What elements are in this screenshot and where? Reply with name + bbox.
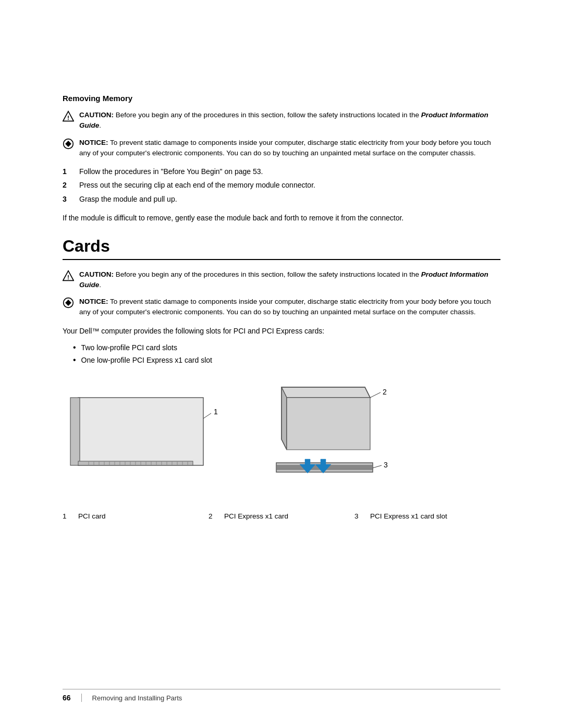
label-item-3: 3 PCI Express x1 card slot [354, 512, 500, 520]
caution-triangle-icon: ! [63, 110, 74, 124]
cards-caution-prefix: CAUTION: [79, 270, 114, 278]
bullet-2-text: One low-profile PCI Express x1 card slot [81, 354, 212, 366]
caution-body: Before you begin any of the procedures i… [114, 111, 421, 119]
svg-marker-36 [287, 398, 370, 450]
cards-notice-body: To prevent static damage to components i… [79, 298, 491, 316]
bullet-2: One low-profile PCI Express x1 card slot [73, 354, 500, 366]
notice-prefix: NOTICE: [79, 139, 108, 146]
footer-divider [81, 694, 82, 702]
cards-bullets: Two low-profile PCI card slots One low-p… [63, 342, 500, 366]
cards-section: Cards ! CAUTION: Before you begin any of… [63, 237, 500, 520]
label-3-num: 3 [354, 512, 362, 520]
label-1-text: PCI card [78, 512, 106, 520]
svg-text:3: 3 [384, 461, 388, 469]
step-2-text: Press out the securing clip at each end … [79, 179, 315, 191]
label-2-num: 2 [209, 512, 216, 520]
footer-section-text: Removing and Installing Parts [92, 694, 182, 702]
svg-marker-3 [65, 141, 71, 147]
svg-text:!: ! [67, 273, 69, 280]
removing-memory-steps: 1 Follow the procedures in "Before You B… [63, 166, 500, 205]
notice-circle-icon [63, 138, 74, 151]
cards-intro: Your Dell™ computer provides the followi… [63, 325, 500, 337]
step-3-num: 3 [63, 193, 71, 205]
label-2-text: PCI Express x1 card [224, 512, 288, 520]
bullet-1-text: Two low-profile PCI card slots [81, 342, 177, 353]
svg-line-31 [203, 413, 211, 418]
cards-notice-prefix: NOTICE: [79, 298, 108, 305]
cards-caution-text: CAUTION: Before you begin any of the pro… [79, 269, 500, 291]
label-1-num: 1 [63, 512, 70, 520]
page: Removing Memory ! CAUTION: Before you be… [0, 0, 563, 728]
svg-text:2: 2 [383, 388, 387, 396]
step-2-num: 2 [63, 179, 71, 191]
removing-memory-caution: ! CAUTION: Before you begin any of the p… [63, 110, 500, 131]
step-2: 2 Press out the securing clip at each en… [63, 179, 500, 191]
cards-caution-body: Before you begin any of the procedures i… [114, 270, 421, 278]
label-item-1: 1 PCI card [63, 512, 209, 520]
label-3-text: PCI Express x1 card slot [370, 512, 447, 520]
removing-memory-note: If the module is difficult to remove, ge… [63, 212, 500, 224]
svg-rect-8 [78, 398, 203, 465]
svg-text:!: ! [67, 114, 69, 121]
bullet-1: Two low-profile PCI card slots [73, 342, 500, 353]
diagrams-row: 1 2 [63, 382, 500, 497]
caution-prefix: CAUTION: [79, 111, 114, 119]
removing-memory-heading: Removing Memory [63, 94, 500, 103]
cards-notice-text: NOTICE: To prevent static damage to comp… [79, 297, 500, 318]
cards-caution-suffix: . [99, 281, 101, 289]
cards-notice: NOTICE: To prevent static damage to comp… [63, 297, 500, 318]
diagram-labels: 1 PCI card 2 PCI Express x1 card 3 PCI E… [63, 512, 500, 520]
notice-body: To prevent static damage to components i… [79, 139, 491, 157]
step-3-text: Grasp the module and pull up. [79, 193, 177, 205]
step-3: 3 Grasp the module and pull up. [63, 193, 500, 205]
page-footer: 66 Removing and Installing Parts [63, 689, 500, 702]
pci-express-diagram: 2 3 [261, 382, 396, 497]
cards-notice-circle-icon [63, 297, 74, 310]
page-number: 66 [63, 694, 71, 702]
svg-line-37 [370, 392, 381, 398]
svg-line-43 [373, 465, 382, 468]
svg-marker-33 [282, 387, 370, 398]
label-item-2: 2 PCI Express x1 card [209, 512, 354, 520]
cards-caution: ! CAUTION: Before you begin any of the p… [63, 269, 500, 291]
removing-memory-section: Removing Memory ! CAUTION: Before you be… [63, 94, 500, 224]
svg-rect-9 [70, 398, 80, 465]
step-1-num: 1 [63, 166, 71, 177]
cards-caution-triangle-icon: ! [63, 269, 74, 283]
pci-card-diagram: 1 [63, 382, 229, 486]
svg-marker-7 [65, 300, 71, 306]
caution-suffix: . [99, 121, 101, 129]
cards-heading: Cards [63, 237, 500, 260]
removing-memory-caution-text: CAUTION: Before you begin any of the pro… [79, 110, 500, 131]
removing-memory-notice-text: NOTICE: To prevent static damage to comp… [79, 138, 500, 159]
step-1-text: Follow the procedures in "Before You Beg… [79, 166, 263, 177]
step-1: 1 Follow the procedures in "Before You B… [63, 166, 500, 177]
removing-memory-notice: NOTICE: To prevent static damage to comp… [63, 138, 500, 159]
svg-text:1: 1 [214, 408, 218, 416]
